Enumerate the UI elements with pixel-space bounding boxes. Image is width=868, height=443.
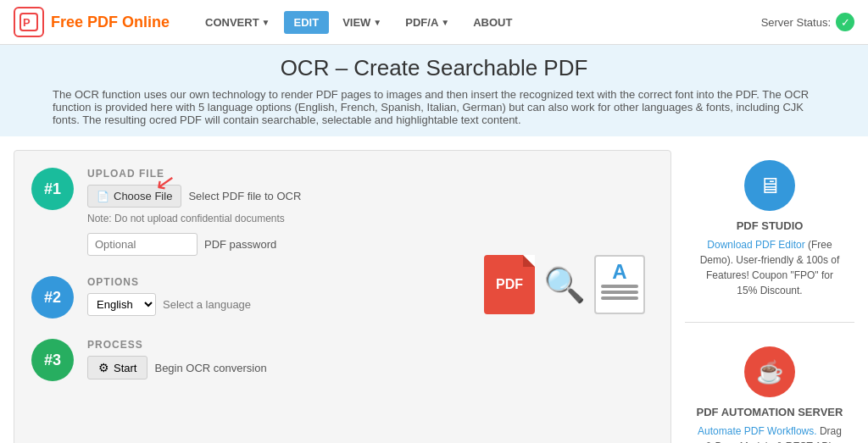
main-nav: CONVERT ▼ EDIT VIEW ▼ PDF/A ▼ ABOUT (195, 11, 761, 34)
step-3-circle: #3 (31, 339, 74, 381)
password-row: PDF password (87, 233, 462, 256)
view-caret: ▼ (373, 18, 381, 27)
nav-convert[interactable]: CONVERT ▼ (195, 11, 280, 34)
logo: P Free PDF Online (14, 7, 170, 37)
step-1-label: UPLOAD FILE (87, 168, 462, 180)
server-status: Server Status: ✓ (761, 13, 854, 31)
header: P Free PDF Online CONVERT ▼ EDIT VIEW ▼ … (0, 0, 868, 45)
doc-output-icon: A (594, 255, 645, 314)
ocr-graphic: PDF 🔍 A (476, 168, 654, 401)
lang-hint: Select a language (163, 298, 251, 311)
start-button[interactable]: ⚙ Start (87, 356, 147, 379)
step-2-content: OPTIONS English French Spanish Italian G… (87, 276, 462, 316)
process-row: ⚙ Start Begin OCR conversion (87, 356, 462, 379)
step-2-row: #2 OPTIONS English French Spanish Italia… (31, 276, 462, 318)
password-input[interactable] (87, 233, 198, 256)
main-layout: #1 UPLOAD FILE ↙ 📄 Choose File Select PD… (0, 136, 868, 443)
upload-row: ↙ 📄 Choose File Select PDF file to OCR (87, 185, 462, 208)
language-select[interactable]: English French Spanish Italian German (87, 293, 156, 316)
convert-caret: ▼ (262, 18, 270, 27)
hero-description: The OCR function uses our own technology… (53, 88, 815, 126)
svg-text:P: P (23, 16, 31, 29)
pdf-automation-text: Automate PDF Workflows. Drag & Drop Modu… (695, 424, 844, 443)
pdf-automation-link[interactable]: Automate PDF Workflows. (698, 425, 816, 437)
step-1-row: #1 UPLOAD FILE ↙ 📄 Choose File Select PD… (31, 168, 462, 256)
pdf-studio-link[interactable]: Download PDF Editor (707, 239, 804, 251)
server-status-label: Server Status: (761, 16, 831, 29)
pdf-studio-text: Download PDF Editor (Free Demo). User-fr… (695, 237, 844, 298)
sidebar-divider (685, 322, 854, 323)
step-1-content: UPLOAD FILE ↙ 📄 Choose File Select PDF f… (87, 168, 462, 256)
file-icon: 📄 (97, 191, 109, 202)
nav-view[interactable]: VIEW ▼ (332, 11, 392, 34)
page-title: OCR – Create Searchable PDF (14, 55, 854, 81)
gear-icon: ⚙ (98, 361, 109, 374)
pdf-automation-icon: ☕ (744, 346, 795, 397)
pdf-automation-title: PDF AUTOMATION SERVER (695, 406, 844, 418)
nav-edit[interactable]: EDIT (284, 11, 330, 34)
upload-note: Note: Do not upload confidential documen… (87, 213, 462, 224)
logo-icon: P (14, 7, 44, 37)
logo-text: Free PDF Online (51, 14, 170, 31)
steps-panel: #1 UPLOAD FILE ↙ 📄 Choose File Select PD… (14, 150, 671, 443)
nav-about[interactable]: ABOUT (463, 11, 522, 34)
pdf-studio-card: 🖥 PDF STUDIO Download PDF Editor (Free D… (685, 150, 854, 308)
pdf-icon: PDF (484, 255, 535, 314)
step-3-row: #3 PROCESS ⚙ Start Begin OCR conversion (31, 339, 462, 381)
ocr-lens-icon: 🔍 (543, 265, 586, 305)
upload-hint: Select PDF file to OCR (188, 190, 301, 202)
pdfa-caret: ▼ (441, 18, 449, 27)
nav-pdfa[interactable]: PDF/A ▼ (395, 11, 459, 34)
pdf-automation-card: ☕ PDF AUTOMATION SERVER Automate PDF Wor… (685, 336, 854, 443)
step-2-circle: #2 (31, 276, 74, 318)
hero-section: OCR – Create Searchable PDF The OCR func… (0, 45, 868, 136)
step-2-label: OPTIONS (87, 276, 462, 288)
step-1-circle: #1 (31, 168, 74, 210)
password-label: PDF password (204, 238, 276, 251)
pdf-studio-title: PDF STUDIO (695, 219, 844, 232)
sidebar: 🖥 PDF STUDIO Download PDF Editor (Free D… (685, 150, 854, 443)
process-hint: Begin OCR conversion (154, 362, 266, 374)
step-3-label: PROCESS (87, 339, 462, 351)
status-check-icon: ✓ (836, 13, 854, 31)
step-3-content: PROCESS ⚙ Start Begin OCR conversion (87, 339, 462, 379)
pdf-studio-icon: 🖥 (744, 160, 795, 211)
